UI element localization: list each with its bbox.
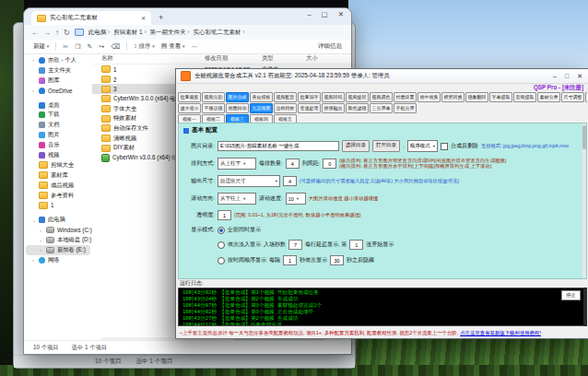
mode-select[interactable]: 顺序模式 ▾	[407, 140, 438, 152]
panel-scrollbar[interactable]	[582, 123, 586, 278]
up-icon[interactable]: ↑	[55, 29, 59, 37]
copy-icon[interactable]: ❐	[75, 43, 80, 51]
app-tab[interactable]: 视频调色	[370, 92, 393, 102]
sidebar-item[interactable]: 音乐	[26, 140, 90, 150]
app-tab[interactable]: 封面设置	[394, 92, 417, 102]
app-tab[interactable]: 视频转码	[322, 92, 345, 102]
file-name[interactable]: 3	[113, 86, 117, 92]
fade-start-input[interactable]	[349, 240, 363, 250]
maximize-button[interactable]: □	[565, 73, 569, 80]
sidebar-item[interactable]: ⌄ 此电脑	[26, 215, 90, 225]
open-dir-button[interactable]: 打开目录	[372, 140, 400, 152]
stop-button[interactable]: 停止	[561, 290, 581, 300]
close-button[interactable]: ✕	[577, 73, 582, 80]
app-tab[interactable]: 批量加字	[298, 92, 321, 102]
sidebar-item[interactable]: 图库	[26, 76, 90, 86]
sidebar-item-label[interactable]: 成品视频	[51, 182, 74, 190]
delete-icon[interactable]: ⌫	[111, 43, 120, 51]
scroll-dir-select[interactable]: 从下往上 ▾	[218, 193, 256, 205]
close-button[interactable]: ✕	[338, 10, 344, 18]
sidebar-item[interactable]: 1	[26, 200, 90, 210]
sidebar-item[interactable]: 桌面	[26, 100, 90, 111]
size-input[interactable]	[283, 176, 297, 186]
sidebar-item-label[interactable]: 文档	[48, 121, 60, 129]
breadcrumb-label[interactable]: 剪辑素材 1	[113, 29, 142, 35]
sidebar-item[interactable]: 参考资料	[26, 191, 90, 201]
log-console[interactable]: 10时43分02秒 【批量合成】第1个视频 开始批量合成任务10时43分24秒 …	[178, 288, 587, 326]
alpha-input[interactable]	[218, 210, 231, 220]
radio-fade-in[interactable]	[218, 241, 225, 249]
seq-hide-input[interactable]	[330, 255, 344, 265]
app-tab[interactable]: 平移运镜	[202, 103, 225, 113]
share-icon[interactable]: ↪	[99, 43, 104, 51]
sidebar-item-label[interactable]: Windows (C:)	[57, 227, 92, 233]
app-tab[interactable]: 音频提取	[513, 92, 536, 102]
scrollbar-thumb[interactable]	[582, 125, 586, 149]
file-name[interactable]: 1	[113, 66, 117, 73]
sidebar-item-label[interactable]: 本地磁盘 (D:)	[57, 236, 91, 244]
column-type[interactable]: 类型	[262, 54, 306, 63]
breadcrumb-item[interactable]: 此电脑 ›	[88, 29, 110, 37]
app-tab[interactable]: 画面抖动	[226, 103, 249, 113]
app-tab[interactable]: 批量去重	[585, 92, 587, 102]
sidebar-item[interactable]: 下载	[26, 110, 90, 120]
sidebar-item[interactable]: 成品视频	[26, 181, 90, 191]
tree-chevron-icon[interactable]: ⌄	[32, 217, 36, 223]
explorer-tab[interactable]: 实心彩笔二元素材 ✕	[31, 11, 151, 25]
sidebar-item-label[interactable]: OneDrive	[48, 88, 73, 94]
breadcrumb-label[interactable]: 实心彩笔二元素材	[194, 29, 241, 35]
sidebar-item[interactable]: › Windows (C:)	[26, 225, 90, 235]
fade-seconds-input[interactable]	[288, 240, 302, 250]
breadcrumb-item[interactable]: 剪辑素材 1 ›	[113, 29, 146, 37]
app-tab[interactable]: 美化模板	[250, 92, 273, 102]
app-tab[interactable]: 镜像翻转	[465, 92, 488, 102]
app-tab[interactable]: 拼接融合	[322, 103, 345, 113]
breadcrumb-item[interactable]: 实心彩笔二元素材 ›	[194, 29, 245, 37]
sidebar-item-label[interactable]: 亦欣 - 个人	[48, 56, 76, 65]
tree-chevron-icon[interactable]: ›	[40, 247, 43, 253]
file-name[interactable]: 字体大全	[113, 105, 136, 113]
sidebar-item[interactable]: 素材库	[26, 170, 90, 181]
seq-interval-input[interactable]	[283, 255, 297, 265]
sidebar-item[interactable]: › OneDrive	[26, 86, 90, 96]
app-tab[interactable]: 九宫格图	[250, 103, 273, 113]
sidebar-item[interactable]: 图片	[26, 130, 90, 140]
tree-chevron-icon[interactable]: ›	[40, 228, 43, 233]
refresh-icon[interactable]: ↻	[64, 29, 70, 37]
console-scrollbar[interactable]	[583, 288, 587, 326]
radio-sequence[interactable]	[218, 257, 225, 264]
sidebar-item-label[interactable]: 下载	[48, 111, 60, 119]
sidebar-item-label[interactable]: 剪辑大全	[51, 161, 74, 170]
file-name[interactable]: 特效素材	[113, 114, 136, 123]
tree-chevron-icon[interactable]: ›	[32, 257, 36, 263]
file-name[interactable]: DIY素材	[113, 144, 135, 152]
size-select[interactable]: 自适应尺寸 ▾	[218, 175, 280, 187]
sidebar-item-label[interactable]: 图库	[48, 76, 60, 85]
app-tab[interactable]: 尺寸调整	[561, 92, 584, 102]
column-size[interactable]: 大小	[306, 54, 339, 63]
sidebar-item[interactable]: › 网络	[26, 255, 90, 265]
app-tab[interactable]: 横竖转换	[441, 92, 465, 102]
forward-icon[interactable]: →	[43, 29, 51, 37]
app-tab[interactable]: 图片合成	[226, 92, 249, 102]
app-tab[interactable]: 边框特效	[274, 103, 297, 113]
breadcrumb-item[interactable]: 第一期文件夹 ›	[150, 29, 190, 37]
back-icon[interactable]: ←	[31, 29, 39, 37]
app-tab[interactable]: 素材分类	[537, 92, 560, 102]
sidebar-item-label[interactable]: 网络	[48, 256, 60, 264]
app-tab[interactable]: 视频分割	[202, 92, 225, 102]
app-tab[interactable]: 视频旋转	[346, 92, 369, 102]
tree-chevron-icon[interactable]: ›	[32, 88, 36, 93]
minimize-button[interactable]: –	[553, 73, 557, 80]
column-name[interactable]: 名称	[101, 54, 205, 63]
file-name[interactable]: 2	[113, 76, 117, 83]
rename-icon[interactable]: ✎	[87, 43, 92, 51]
radio-all-at-once[interactable]	[218, 227, 225, 234]
new-button[interactable]: 新建 ▾	[33, 42, 49, 51]
help-link[interactable]: 点击这里查看最新版下载和使用教程!	[460, 330, 541, 336]
app-tab[interactable]: 放大缩小	[178, 103, 201, 113]
app-tab[interactable]: 三分屏幕	[370, 103, 393, 113]
breadcrumb-label[interactable]: 此电脑	[88, 29, 107, 35]
view-button[interactable]: ▤ 查看 ▾	[161, 42, 185, 51]
delete-after-checkbox[interactable]	[441, 143, 448, 150]
